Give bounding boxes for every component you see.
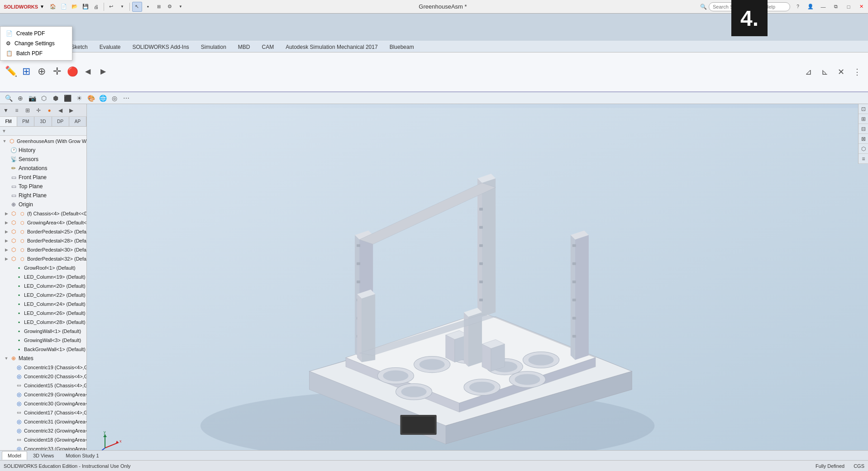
save-btn[interactable]: 💾 (81, 2, 91, 12)
tree-front-plane[interactable]: ▭ Front Plane (0, 173, 86, 182)
gr1-expand[interactable] (9, 265, 14, 271)
tab-model[interactable]: Model (2, 451, 27, 460)
view-camera-icon[interactable]: 📷 (27, 93, 37, 103)
restore-btn[interactable]: ⧉ (831, 2, 841, 12)
tree-bp32[interactable]: ▶ ⬡ ⬡ BorderPedestal<32> (Defaul... (0, 254, 86, 263)
tree-mates[interactable]: ▼ ⊕ Mates (0, 354, 86, 363)
tree-concentric32[interactable]: ◎ Concentric32 (GrowingArea<... (0, 426, 86, 435)
new-doc-btn[interactable]: 📄 (59, 2, 69, 12)
tree-led19[interactable]: ▪ LED_Column<19> (Default) (0, 272, 86, 281)
bp30-expand[interactable]: ▶ (4, 247, 9, 252)
rp-icon3[interactable]: ⊟ (858, 124, 868, 134)
settings-btn[interactable]: ⚙ (165, 2, 175, 12)
grid-btn[interactable]: ⊞ (154, 2, 164, 12)
tree-growingarea4[interactable]: ▶ ⬡ ⬡ GrowingArea<4> (Default<<... (0, 218, 86, 227)
rp-icon4[interactable]: ⊠ (858, 134, 868, 144)
tree-led28[interactable]: ▪ LED_Column<28> (Default) (0, 318, 86, 327)
chassis-expand[interactable]: ▶ (4, 211, 9, 216)
tree-led20[interactable]: ▪ LED_Column<20> (Default) (0, 281, 86, 290)
tree-concentric29[interactable]: ◎ Concentric29 (GrowingArea<... (0, 390, 86, 399)
move-component-icon[interactable]: ✛ (50, 64, 64, 79)
panel-view1-btn[interactable]: ≡ (12, 105, 22, 115)
batch-pdf-item[interactable]: 📋 Batch PDF (0, 48, 72, 58)
tree-coincident15[interactable]: ⇔ Coincident15 (Chassis<4>,G... (0, 381, 86, 390)
view-light-icon[interactable]: ☀ (74, 93, 84, 103)
tree-origin[interactable]: ⊕ Origin (0, 200, 86, 209)
tree-growroof1[interactable]: ▪ GrowRoof<1> (Default) (0, 263, 86, 272)
tab-evaluate[interactable]: Evaluate (94, 42, 127, 52)
panel-prev-btn[interactable]: ◀ (55, 105, 65, 115)
tree-led22[interactable]: ▪ LED_Column<22> (Default) (0, 290, 86, 300)
tree-led24[interactable]: ▪ LED_Column<24> (Default) (0, 300, 86, 309)
tree-history[interactable]: 🕐 History (0, 146, 86, 155)
tree-bp28[interactable]: ▶ ⬡ ⬡ BorderPedestal<28> (Defaul... (0, 236, 86, 245)
panel-tab-ap[interactable]: AP (69, 117, 86, 126)
tab-simulation[interactable]: Simulation (195, 42, 232, 52)
panel-next-btn[interactable]: ▶ (66, 105, 76, 115)
tree-annotations[interactable]: ✏ Annotations (0, 164, 86, 173)
bp28-expand[interactable]: ▶ (4, 238, 9, 243)
open-btn[interactable]: 📂 (70, 2, 80, 12)
dropdown-arrow-btn[interactable]: ▼ (117, 2, 127, 12)
ribbon-expand-icon[interactable]: ⊾ (817, 65, 832, 79)
maximize-btn[interactable]: □ (844, 2, 854, 12)
rp-icon5[interactable]: ⬡ (858, 144, 868, 154)
tree-chassis[interactable]: ▶ ⬡ ⬡ (f) Chassis<4> (Default<<De... (0, 209, 86, 218)
bp25-expand[interactable]: ▶ (4, 229, 9, 234)
edit-component-icon[interactable]: ✏️ (4, 64, 18, 79)
fp-expand[interactable] (4, 175, 9, 180)
insert-components-icon[interactable]: ⊞ (19, 64, 33, 79)
arrow-right-icon[interactable]: ▶ (96, 64, 110, 79)
minimize-btn[interactable]: — (818, 2, 828, 12)
tree-growwall3[interactable]: ▪ GrowingWall<3> (Default) (0, 336, 86, 345)
show-hide-icon[interactable]: 🔴 (65, 64, 80, 79)
panel-view2-btn[interactable]: ⊞ (23, 105, 33, 115)
user-btn[interactable]: 👤 (806, 2, 816, 12)
view-appearance-icon[interactable]: 🎨 (86, 93, 96, 103)
tab-3dviews[interactable]: 3D Views (27, 451, 60, 460)
quicklaunch-arrow[interactable]: ▼ (40, 4, 44, 9)
ga4-expand[interactable]: ▶ (4, 220, 9, 225)
annotations-expand[interactable] (4, 166, 9, 171)
dropdown2-btn[interactable]: ▼ (176, 2, 186, 12)
tree-concentric31[interactable]: ◎ Concentric31 (GrowingArea<... (0, 417, 86, 426)
tree-bp30[interactable]: ▶ ⬡ ⬡ BorderPedestal<30> (Defaul... (0, 245, 86, 254)
panel-tab-3d[interactable]: 3D (34, 117, 52, 126)
undo-btn[interactable]: ↩ (106, 2, 116, 12)
tree-backgrowwall1[interactable]: ▪ BackGrowWall<1> (Default) (0, 345, 86, 354)
history-expand[interactable] (4, 147, 9, 153)
change-settings-item[interactable]: ⚙ Change Settings (0, 38, 72, 48)
filter-btn[interactable]: ▼ (1, 105, 11, 115)
tree-right-plane[interactable]: ▭ Right Plane (0, 191, 86, 200)
view-zoom-icon[interactable]: ⊕ (15, 93, 25, 103)
print-btn[interactable]: 🖨 (91, 2, 101, 12)
create-pdf-item[interactable]: 📄 Create PDF (0, 29, 72, 38)
tab-cam[interactable]: CAM (256, 42, 280, 52)
help-btn[interactable]: ? (793, 2, 803, 12)
tree-coincident18[interactable]: ⇔ Coincident18 (GrowingArea<... (0, 435, 86, 444)
tree-top-plane[interactable]: ▭ Top Plane (0, 182, 86, 191)
tab-motionstudy1[interactable]: Motion Study 1 (60, 451, 105, 460)
tree-coincident17[interactable]: ⇔ Coincident17 (Chassis<4>,G... (0, 408, 86, 417)
tree-concentric19[interactable]: ◎ Concentric19 (Chassis<4>,G... (0, 363, 86, 372)
origin-expand[interactable] (4, 202, 9, 207)
home-btn[interactable]: 🏠 (48, 2, 58, 12)
tab-swaddins[interactable]: SOLIDWORKS Add-Ins (126, 42, 195, 52)
viewport[interactable]: x y z *Isometric ⊡ ⊞ ⊟ ⊠ ⬡ ≡ (87, 104, 868, 471)
panel-tab-dp[interactable]: DP (52, 117, 69, 126)
tab-autodesk[interactable]: Autodesk Simulation Mechanical 2017 (280, 42, 383, 52)
view-realview-icon[interactable]: ◎ (110, 93, 119, 103)
tree-sensors[interactable]: 📡 Sensors (0, 155, 86, 164)
tab-mbd[interactable]: MBD (232, 42, 256, 52)
arrow-left-icon[interactable]: ◀ (81, 64, 95, 79)
view-scene-icon[interactable]: 🌐 (98, 93, 108, 103)
ribbon-close-icon[interactable]: ✕ (834, 65, 848, 79)
tree-led26[interactable]: ▪ LED_Column<26> (Default) (0, 309, 86, 318)
rp-icon1[interactable]: ⊡ (858, 104, 868, 114)
rp-icon2[interactable]: ⊞ (858, 114, 868, 124)
view-wireframe-icon[interactable]: ⬡ (39, 93, 49, 103)
pointer-btn[interactable]: ↖ (132, 2, 142, 12)
tree-concentric20[interactable]: ◎ Concentric20 (Chassis<4>,G... (0, 372, 86, 381)
tp-expand[interactable] (4, 184, 9, 189)
bp32-expand[interactable]: ▶ (4, 256, 9, 262)
